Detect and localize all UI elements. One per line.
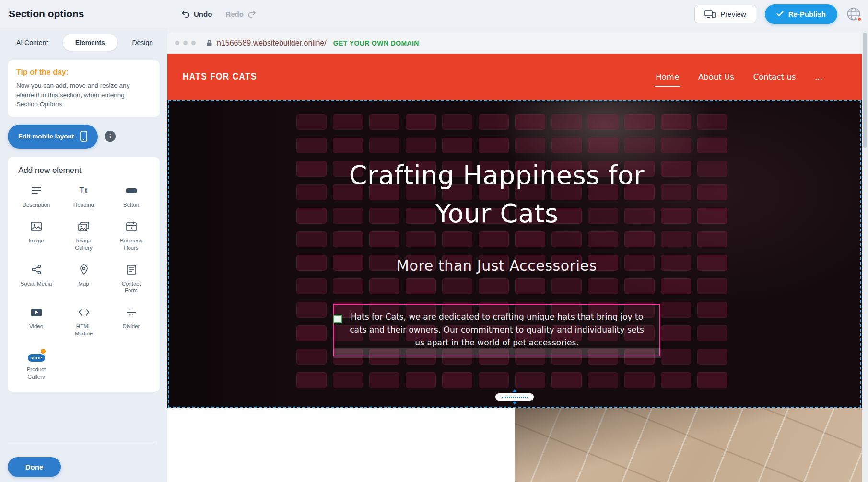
window-dot xyxy=(175,41,179,45)
element-business-hours[interactable]: Business Hours xyxy=(107,220,155,252)
done-button[interactable]: Done xyxy=(8,457,61,477)
element-grid: Description Tt Heading Button Ima xyxy=(12,184,155,380)
element-label: Image Gallery xyxy=(68,237,100,252)
hero-heading[interactable]: Crafting Happiness for Your Cats xyxy=(305,156,689,233)
site-logo: HATS FOR CATS xyxy=(183,71,257,82)
redo-label: Redo xyxy=(225,10,244,18)
browser-window: n1566589.websitebuilder.online/ GET YOUR… xyxy=(167,33,862,482)
shop-badge: SHOP xyxy=(28,354,45,362)
undo-button[interactable]: Undo xyxy=(181,10,212,18)
contact-form-icon xyxy=(127,263,136,276)
tip-title: Tip of the day: xyxy=(16,68,151,77)
element-resize-handle[interactable] xyxy=(333,315,342,323)
element-button[interactable]: Button xyxy=(107,184,155,208)
redo-icon xyxy=(247,11,256,18)
element-image[interactable]: Image xyxy=(12,220,60,252)
element-label: Social Media xyxy=(21,280,52,287)
element-map[interactable]: Map xyxy=(60,263,107,295)
arrow-up-icon xyxy=(512,389,517,393)
tip-body: Now you can add, move and resize any ele… xyxy=(16,81,146,109)
devices-icon xyxy=(704,10,716,18)
section-height-drag-handle[interactable] xyxy=(495,389,534,405)
site-nav: Home About Us Contact us ... xyxy=(656,72,846,81)
window-control-dots xyxy=(175,41,196,45)
tile-floor-photo xyxy=(515,408,862,482)
element-label: HTML Module xyxy=(68,323,100,337)
element-label: Product Gallery xyxy=(21,366,52,380)
element-label: Contact Form xyxy=(116,280,147,295)
divider-icon xyxy=(126,306,137,319)
lock-icon xyxy=(206,39,212,46)
element-video[interactable]: Video xyxy=(12,306,60,337)
redo-button[interactable]: Redo xyxy=(225,10,256,18)
check-icon xyxy=(776,11,784,17)
republish-button[interactable]: Re-Publish xyxy=(765,4,837,24)
business-hours-icon xyxy=(126,220,137,233)
main-preview-area: n1566589.websitebuilder.online/ GET YOUR… xyxy=(167,28,862,482)
element-label: Heading xyxy=(73,201,94,208)
product-gallery-icon: SHOP ↑ xyxy=(28,349,45,362)
element-description[interactable]: Description xyxy=(12,184,60,208)
hero-heading-line2: Your Cats xyxy=(305,195,689,233)
smartphone-icon xyxy=(80,131,87,142)
site-header: HATS FOR CATS Home About Us Contact us .… xyxy=(167,54,862,100)
edit-mobile-layout-button[interactable]: Edit mobile layout xyxy=(8,125,98,149)
video-icon xyxy=(31,306,42,319)
preview-button[interactable]: Preview xyxy=(694,5,756,23)
republish-label: Re-Publish xyxy=(788,10,826,18)
nav-more-menu[interactable]: ... xyxy=(815,72,822,81)
scrollbar-thumb[interactable] xyxy=(863,33,867,148)
hero-overlay-bar xyxy=(333,348,661,358)
element-html-module[interactable]: HTML Module xyxy=(60,306,107,337)
window-dot xyxy=(191,41,196,45)
page-scrollbar xyxy=(862,28,868,482)
hero-section[interactable]: Crafting Happiness for Your Cats More th… xyxy=(167,100,862,408)
element-divider[interactable]: Divider xyxy=(107,306,155,337)
topbar-actions: Preview Re-Publish xyxy=(694,0,861,28)
hero-heading-line1: Crafting Happiness for xyxy=(305,156,689,195)
element-image-gallery[interactable]: Image Gallery xyxy=(60,220,107,252)
hero-subheading[interactable]: More than Just Accessories xyxy=(305,257,689,274)
heading-icon: Tt xyxy=(79,184,88,197)
site-url: n1566589.websitebuilder.online/ xyxy=(217,39,327,47)
upgrade-arrow-icon: ↑ xyxy=(40,348,47,355)
language-globe-button[interactable] xyxy=(846,6,861,22)
nav-home[interactable]: Home xyxy=(656,72,679,81)
map-pin-icon xyxy=(80,263,88,276)
element-label: Description xyxy=(23,201,50,208)
topbar: Section options Undo Redo Preview xyxy=(0,0,868,28)
element-product-gallery[interactable]: SHOP ↑ Product Gallery xyxy=(12,349,60,380)
tab-design[interactable]: Design xyxy=(130,34,155,51)
element-social-media[interactable]: Social Media xyxy=(12,263,60,295)
element-label: Business Hours xyxy=(116,237,147,252)
element-contact-form[interactable]: Contact Form xyxy=(107,263,155,295)
element-label: Map xyxy=(78,280,89,287)
image-gallery-icon xyxy=(78,220,89,233)
get-domain-link[interactable]: GET YOUR OWN DOMAIN xyxy=(333,39,419,47)
element-label: Image xyxy=(29,237,44,244)
nav-about-us[interactable]: About Us xyxy=(698,72,734,81)
page-title: Section options xyxy=(9,8,84,20)
undo-redo-group: Undo Redo xyxy=(181,0,256,28)
element-heading[interactable]: Tt Heading xyxy=(60,184,107,208)
add-element-card: Add new element Description Tt Heading xyxy=(8,157,160,392)
sidebar-tabs: AI Content Elements Design xyxy=(0,28,167,53)
drag-handle-pill xyxy=(495,393,534,401)
undo-label: Undo xyxy=(194,10,212,18)
tab-elements[interactable]: Elements xyxy=(63,34,117,51)
notification-dot xyxy=(857,17,862,22)
description-icon xyxy=(31,184,42,197)
element-label: Video xyxy=(29,323,43,330)
social-media-icon xyxy=(32,263,41,276)
nav-contact-us[interactable]: Contact us xyxy=(753,72,796,81)
image-icon xyxy=(31,220,42,233)
info-icon[interactable]: i xyxy=(105,131,116,142)
mobile-layout-row: Edit mobile layout i xyxy=(8,125,160,149)
button-icon xyxy=(126,184,137,197)
preview-label: Preview xyxy=(720,10,746,18)
add-element-title: Add new element xyxy=(18,166,155,175)
code-icon xyxy=(78,306,90,319)
element-label: Button xyxy=(123,201,139,208)
tab-ai-content[interactable]: AI Content xyxy=(14,34,50,51)
next-section[interactable] xyxy=(167,408,862,482)
